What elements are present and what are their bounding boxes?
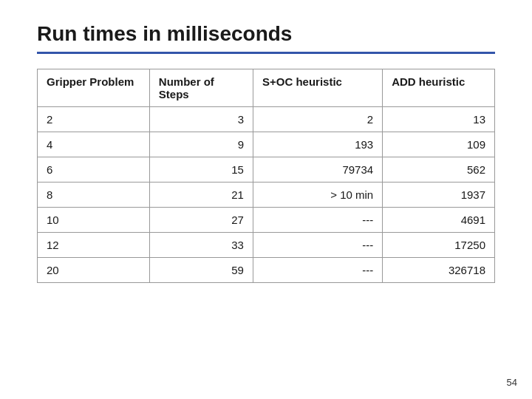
cell-gripper: 2 <box>38 107 150 132</box>
cell-soc: > 10 min <box>253 183 382 208</box>
page-number: 54 <box>507 377 517 388</box>
cell-add: 562 <box>383 157 495 183</box>
cell-gripper: 12 <box>38 233 150 258</box>
cell-steps: 21 <box>149 183 253 208</box>
cell-steps: 27 <box>149 208 253 233</box>
table-header-row: Gripper Problem Number of Steps S+OC heu… <box>38 69 495 107</box>
cell-soc: 2 <box>253 107 382 132</box>
table-row: 821> 10 min1937 <box>38 183 495 208</box>
cell-add: 326718 <box>383 258 495 283</box>
cell-steps: 33 <box>149 233 253 258</box>
cell-gripper: 10 <box>38 208 150 233</box>
cell-add: 13 <box>383 107 495 132</box>
cell-soc: --- <box>253 258 382 283</box>
cell-soc: --- <box>253 208 382 233</box>
cell-add: 109 <box>383 132 495 157</box>
cell-gripper: 20 <box>38 258 150 283</box>
table-row: 1027---4691 <box>38 208 495 233</box>
data-table: Gripper Problem Number of Steps S+OC heu… <box>37 69 495 283</box>
cell-soc: 79734 <box>253 157 382 183</box>
table-row: 49193109 <box>38 132 495 157</box>
table-row: 2059---326718 <box>38 258 495 283</box>
table-row: 61579734562 <box>38 157 495 183</box>
title-underline <box>37 52 495 54</box>
header-gripper: Gripper Problem <box>38 69 150 107</box>
header-soc: S+OC heuristic <box>253 69 382 107</box>
cell-steps: 15 <box>149 157 253 183</box>
cell-add: 1937 <box>383 183 495 208</box>
cell-add: 17250 <box>383 233 495 258</box>
cell-steps: 9 <box>149 132 253 157</box>
table-row: 1233---17250 <box>38 233 495 258</box>
cell-gripper: 4 <box>38 132 150 157</box>
cell-soc: --- <box>253 233 382 258</box>
cell-gripper: 8 <box>38 183 150 208</box>
cell-soc: 193 <box>253 132 382 157</box>
cell-steps: 59 <box>149 258 253 283</box>
cell-gripper: 6 <box>38 157 150 183</box>
cell-add: 4691 <box>383 208 495 233</box>
page-container: Run times in milliseconds Gripper Proble… <box>0 0 532 298</box>
header-add: ADD heuristic <box>383 69 495 107</box>
header-steps: Number of Steps <box>149 69 253 107</box>
table-row: 23213 <box>38 107 495 132</box>
cell-steps: 3 <box>149 107 253 132</box>
page-title: Run times in milliseconds <box>37 22 495 46</box>
